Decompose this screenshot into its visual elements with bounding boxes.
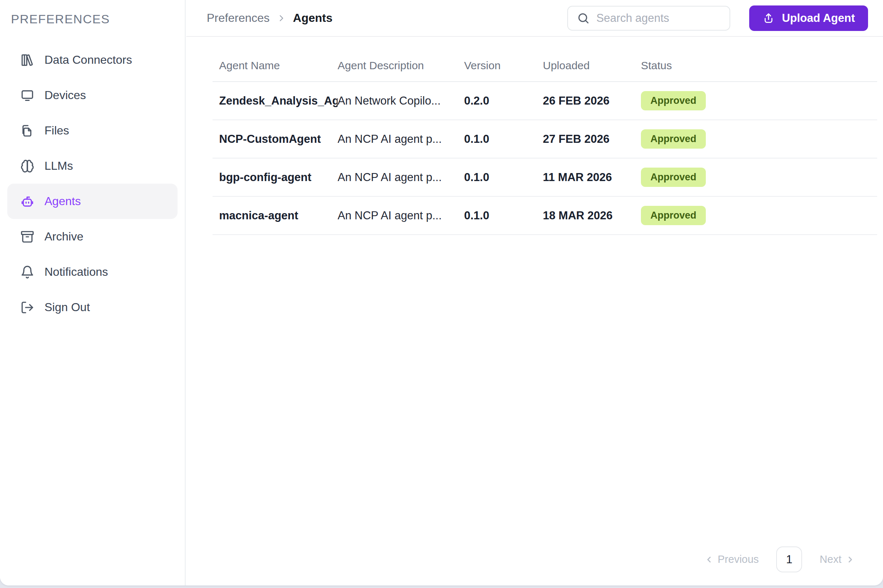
top-bar-actions: Upload Agent bbox=[567, 6, 868, 31]
agent-version: 0.1.0 bbox=[464, 133, 543, 146]
agent-name: NCP-CustomAgent bbox=[219, 133, 338, 146]
sidebar: PREFERENCES Data Connectors Devices File… bbox=[0, 0, 185, 585]
agent-version: 0.1.0 bbox=[464, 209, 543, 222]
files-icon bbox=[20, 124, 34, 138]
agent-uploaded: 18 MAR 2026 bbox=[543, 209, 641, 222]
sidebar-item-agents[interactable]: Agents bbox=[7, 184, 178, 219]
status-badge: Approved bbox=[641, 129, 706, 148]
agent-version: 0.1.0 bbox=[464, 171, 543, 184]
status-badge: Approved bbox=[641, 168, 706, 187]
sidebar-title: PREFERENCES bbox=[11, 12, 185, 26]
upload-agent-label: Upload Agent bbox=[782, 12, 855, 25]
table-row[interactable]: bgp-config-agent An NCP AI agent p... 0.… bbox=[212, 159, 877, 197]
sidebar-item-notifications[interactable]: Notifications bbox=[7, 254, 178, 290]
previous-label: Previous bbox=[718, 554, 759, 566]
table-row[interactable]: macnica-agent An NCP AI agent p... 0.1.0… bbox=[212, 197, 877, 235]
column-header-version: Version bbox=[464, 59, 543, 72]
search-input[interactable] bbox=[596, 12, 723, 25]
sidebar-item-label: Notifications bbox=[45, 265, 108, 279]
agent-uploaded: 27 FEB 2026 bbox=[543, 133, 641, 146]
search-box[interactable] bbox=[567, 6, 730, 31]
sidebar-item-data-connectors[interactable]: Data Connectors bbox=[7, 42, 178, 78]
sidebar-item-sign-out[interactable]: Sign Out bbox=[7, 290, 178, 325]
main-content: Preferences Agents Upload Agent bbox=[186, 0, 883, 583]
brain-icon bbox=[20, 159, 34, 173]
column-header-status: Status bbox=[641, 59, 871, 72]
sidebar-item-llms[interactable]: LLMs bbox=[7, 148, 178, 184]
agent-version: 0.2.0 bbox=[464, 94, 543, 108]
agent-name: macnica-agent bbox=[219, 209, 338, 222]
sign-out-icon bbox=[20, 300, 34, 314]
bell-icon bbox=[20, 265, 34, 279]
chevron-right-icon bbox=[276, 13, 287, 23]
pagination: Previous 1 Next bbox=[704, 546, 855, 572]
sidebar-item-label: Data Connectors bbox=[45, 53, 132, 67]
sidebar-item-label: Files bbox=[45, 124, 69, 137]
agent-description: An NCP AI agent p... bbox=[338, 171, 464, 184]
breadcrumb-parent[interactable]: Preferences bbox=[207, 11, 270, 25]
agent-description: An NCP AI agent p... bbox=[338, 209, 464, 222]
sidebar-item-devices[interactable]: Devices bbox=[7, 78, 178, 113]
column-header-agent-name: Agent Name bbox=[219, 59, 338, 72]
chevron-left-icon bbox=[704, 555, 714, 565]
search-icon bbox=[577, 12, 590, 25]
status-badge: Approved bbox=[641, 206, 706, 225]
agent-description: An NCP AI agent p... bbox=[338, 133, 464, 146]
upload-icon bbox=[762, 12, 775, 24]
column-header-uploaded: Uploaded bbox=[543, 59, 641, 72]
next-label: Next bbox=[820, 554, 841, 566]
column-header-agent-description: Agent Description bbox=[338, 59, 464, 72]
monitor-icon bbox=[20, 88, 34, 102]
table-header: Agent Name Agent Description Version Upl… bbox=[212, 37, 877, 82]
agent-description: An Network Copilo... bbox=[338, 94, 464, 108]
robot-icon bbox=[20, 195, 34, 208]
sidebar-item-archive[interactable]: Archive bbox=[7, 219, 178, 254]
top-bar: Preferences Agents Upload Agent bbox=[186, 0, 883, 37]
page-number-button[interactable]: 1 bbox=[776, 546, 802, 572]
agent-uploaded: 11 MAR 2026 bbox=[543, 171, 641, 184]
app-window: PREFERENCES Data Connectors Devices File… bbox=[0, 0, 883, 585]
upload-agent-button[interactable]: Upload Agent bbox=[749, 6, 868, 31]
breadcrumb: Preferences Agents bbox=[207, 11, 332, 25]
sidebar-item-label: Archive bbox=[45, 230, 83, 243]
sidebar-nav: Data Connectors Devices Files LLMs bbox=[0, 42, 185, 325]
sidebar-item-label: LLMs bbox=[45, 159, 73, 172]
agent-name: Zendesk_Analysis_Ag bbox=[219, 94, 338, 108]
sidebar-item-label: Devices bbox=[45, 88, 86, 102]
agents-table: Agent Name Agent Description Version Upl… bbox=[212, 37, 877, 235]
breadcrumb-current: Agents bbox=[293, 11, 332, 25]
agent-uploaded: 26 FEB 2026 bbox=[543, 94, 641, 108]
archive-icon bbox=[20, 230, 34, 244]
chevron-right-icon bbox=[845, 555, 855, 565]
sidebar-item-files[interactable]: Files bbox=[7, 113, 178, 148]
previous-button[interactable]: Previous bbox=[704, 554, 759, 566]
library-icon bbox=[20, 53, 34, 67]
sidebar-item-label: Agents bbox=[45, 195, 81, 208]
status-badge: Approved bbox=[641, 91, 706, 110]
table-row[interactable]: NCP-CustomAgent An NCP AI agent p... 0.1… bbox=[212, 120, 877, 159]
table-row[interactable]: Zendesk_Analysis_Ag An Network Copilo...… bbox=[212, 82, 877, 120]
agent-name: bgp-config-agent bbox=[219, 171, 338, 184]
next-button[interactable]: Next bbox=[820, 554, 855, 566]
sidebar-item-label: Sign Out bbox=[45, 300, 90, 314]
